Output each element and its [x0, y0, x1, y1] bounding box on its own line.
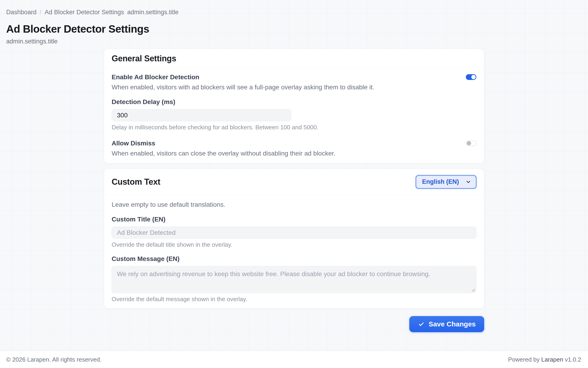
custom-message-help: Override the default message shown in th…: [112, 296, 476, 303]
breadcrumb-dashboard[interactable]: Dashboard: [6, 9, 37, 16]
custom-title-input[interactable]: [112, 227, 476, 239]
toggle-knob: [471, 75, 476, 79]
enable-detection-row: Enable Ad Blocker Detection When enabled…: [112, 73, 476, 91]
page-title: Ad Blocker Detector Settings: [6, 23, 588, 35]
custom-message-field: Custom Message (EN) Override the default…: [112, 255, 476, 303]
breadcrumb-separator: /: [40, 9, 42, 16]
enable-detection-label: Enable Ad Blocker Detection: [112, 73, 374, 81]
footer-brand-link[interactable]: Larapen: [541, 356, 563, 363]
footer-powered: Powered by Larapen v1.0.2: [508, 356, 581, 363]
allow-dismiss-description: When enabled, visitors can close the ove…: [112, 149, 335, 157]
language-select-value: English (EN): [422, 178, 459, 185]
custom-text-title: Custom Text: [112, 177, 160, 187]
footer: © 2026 Larapen. All rights reserved. Pow…: [0, 351, 588, 368]
custom-title-field: Custom Title (EN) Override the default t…: [112, 215, 476, 248]
general-settings-title: General Settings: [112, 54, 176, 63]
footer-powered-prefix: Powered by: [508, 356, 540, 363]
settings-container: General Settings Enable Ad Blocker Detec…: [104, 49, 484, 332]
save-button[interactable]: Save Changes: [409, 316, 484, 332]
custom-title-help: Override the default title shown in the …: [112, 241, 476, 248]
breadcrumb-extra: admin.settings.title: [127, 9, 179, 16]
allow-dismiss-row: Allow Dismiss When enabled, visitors can…: [112, 139, 476, 157]
footer-copyright: © 2026 Larapen. All rights reserved.: [6, 356, 101, 363]
breadcrumb-current: Ad Blocker Detector Settings: [45, 9, 124, 16]
footer-version: v1.0.2: [565, 356, 581, 363]
general-settings-header: General Settings: [104, 49, 484, 68]
custom-message-textarea[interactable]: [112, 266, 476, 293]
detection-delay-label: Detection Delay (ms): [112, 98, 476, 106]
chevron-down-icon: [465, 179, 471, 185]
detection-delay-field: Detection Delay (ms) Delay in millisecon…: [112, 98, 476, 131]
custom-text-card: Custom Text English (EN) Leave empty to …: [104, 169, 484, 309]
detection-delay-help: Delay in milliseconds before checking fo…: [112, 124, 476, 131]
toggle-knob: [467, 141, 471, 145]
general-settings-body: Enable Ad Blocker Detection When enabled…: [104, 68, 484, 163]
breadcrumb: Dashboard / Ad Blocker Detector Settings…: [0, 0, 588, 16]
save-button-label: Save Changes: [429, 320, 476, 328]
page-subtitle: admin.settings.title: [6, 38, 588, 45]
enable-detection-toggle[interactable]: [466, 74, 476, 80]
enable-detection-description: When enabled, visitors with ad blockers …: [112, 83, 374, 91]
save-row: Save Changes: [104, 316, 484, 332]
custom-text-header: Custom Text English (EN): [104, 169, 484, 195]
custom-text-note: Leave empty to use default translations.: [112, 201, 476, 209]
check-icon: [418, 321, 425, 328]
detection-delay-input[interactable]: [112, 109, 291, 121]
language-select-button[interactable]: English (EN): [416, 175, 477, 189]
allow-dismiss-label: Allow Dismiss: [112, 139, 335, 147]
custom-text-body: Leave empty to use default translations.…: [104, 195, 484, 309]
custom-title-label: Custom Title (EN): [112, 215, 476, 223]
general-settings-card: General Settings Enable Ad Blocker Detec…: [104, 49, 484, 164]
custom-message-label: Custom Message (EN): [112, 255, 476, 263]
allow-dismiss-toggle[interactable]: [466, 140, 476, 146]
